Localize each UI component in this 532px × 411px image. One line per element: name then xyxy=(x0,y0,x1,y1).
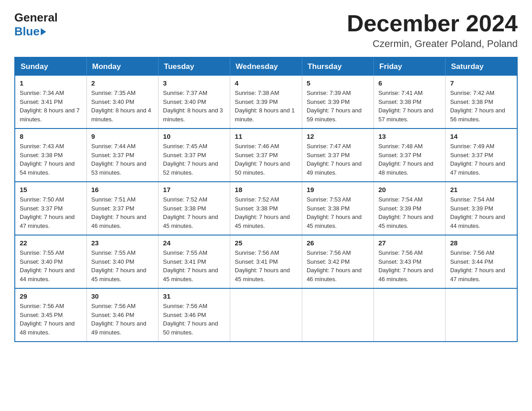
week-row-2: 8 Sunrise: 7:43 AM Sunset: 3:38 PM Dayli… xyxy=(15,128,517,182)
day-cell: 4 Sunrise: 7:38 AM Sunset: 3:39 PM Dayli… xyxy=(230,76,302,128)
day-info: Sunrise: 7:56 AM Sunset: 3:46 PM Dayligh… xyxy=(91,302,154,337)
day-number: 19 xyxy=(307,186,369,193)
header-thursday: Thursday xyxy=(302,57,373,76)
day-info: Sunrise: 7:56 AM Sunset: 3:42 PM Dayligh… xyxy=(307,248,369,283)
day-number: 15 xyxy=(20,186,82,193)
header-wednesday: Wednesday xyxy=(230,57,302,76)
day-number: 26 xyxy=(307,239,369,247)
header-sunday: Sunday xyxy=(15,57,86,76)
day-cell xyxy=(302,288,373,342)
logo-triangle-icon xyxy=(41,28,46,35)
day-cell: 19 Sunrise: 7:53 AM Sunset: 3:38 PM Dayl… xyxy=(302,182,373,235)
day-info: Sunrise: 7:52 AM Sunset: 3:38 PM Dayligh… xyxy=(235,195,297,230)
day-info: Sunrise: 7:56 AM Sunset: 3:41 PM Dayligh… xyxy=(235,248,297,283)
week-row-1: 1 Sunrise: 7:34 AM Sunset: 3:41 PM Dayli… xyxy=(15,76,517,128)
day-cell: 17 Sunrise: 7:52 AM Sunset: 3:38 PM Dayl… xyxy=(159,182,230,235)
day-info: Sunrise: 7:51 AM Sunset: 3:37 PM Dayligh… xyxy=(91,195,154,230)
day-number: 18 xyxy=(235,186,297,193)
day-cell: 23 Sunrise: 7:55 AM Sunset: 3:40 PM Dayl… xyxy=(86,235,158,288)
day-cell: 21 Sunrise: 7:54 AM Sunset: 3:39 PM Dayl… xyxy=(446,182,517,235)
header-tuesday: Tuesday xyxy=(159,57,230,76)
day-number: 1 xyxy=(20,79,82,87)
day-cell: 3 Sunrise: 7:37 AM Sunset: 3:40 PM Dayli… xyxy=(159,76,230,128)
day-info: Sunrise: 7:35 AM Sunset: 3:40 PM Dayligh… xyxy=(91,89,154,124)
day-number: 3 xyxy=(163,79,225,87)
day-number: 23 xyxy=(91,239,154,247)
header-monday: Monday xyxy=(86,57,158,76)
week-row-4: 22 Sunrise: 7:55 AM Sunset: 3:40 PM Dayl… xyxy=(15,235,517,288)
day-info: Sunrise: 7:55 AM Sunset: 3:40 PM Dayligh… xyxy=(91,248,154,283)
day-number: 28 xyxy=(450,239,512,247)
day-number: 6 xyxy=(378,79,441,87)
day-info: Sunrise: 7:46 AM Sunset: 3:37 PM Dayligh… xyxy=(235,142,297,177)
day-number: 30 xyxy=(91,292,154,300)
day-info: Sunrise: 7:42 AM Sunset: 3:38 PM Dayligh… xyxy=(450,89,512,124)
day-cell: 16 Sunrise: 7:51 AM Sunset: 3:37 PM Dayl… xyxy=(86,182,158,235)
day-number: 14 xyxy=(450,133,512,140)
day-cell: 18 Sunrise: 7:52 AM Sunset: 3:38 PM Dayl… xyxy=(230,182,302,235)
logo: General Blue xyxy=(14,11,58,39)
header-friday: Friday xyxy=(373,57,445,76)
month-title: December 2024 xyxy=(347,11,518,36)
day-info: Sunrise: 7:56 AM Sunset: 3:43 PM Dayligh… xyxy=(378,248,441,283)
day-info: Sunrise: 7:50 AM Sunset: 3:37 PM Dayligh… xyxy=(20,195,82,230)
day-cell: 8 Sunrise: 7:43 AM Sunset: 3:38 PM Dayli… xyxy=(15,128,86,182)
day-number: 12 xyxy=(307,133,369,140)
location-title: Czermin, Greater Poland, Poland xyxy=(347,38,518,50)
day-cell: 29 Sunrise: 7:56 AM Sunset: 3:45 PM Dayl… xyxy=(15,288,86,342)
day-number: 9 xyxy=(91,133,154,140)
day-cell: 30 Sunrise: 7:56 AM Sunset: 3:46 PM Dayl… xyxy=(86,288,158,342)
day-cell: 5 Sunrise: 7:39 AM Sunset: 3:39 PM Dayli… xyxy=(302,76,373,128)
day-cell: 9 Sunrise: 7:44 AM Sunset: 3:37 PM Dayli… xyxy=(86,128,158,182)
day-number: 27 xyxy=(378,239,441,247)
day-cell: 14 Sunrise: 7:49 AM Sunset: 3:37 PM Dayl… xyxy=(446,128,517,182)
day-info: Sunrise: 7:52 AM Sunset: 3:38 PM Dayligh… xyxy=(163,195,225,230)
day-info: Sunrise: 7:53 AM Sunset: 3:38 PM Dayligh… xyxy=(307,195,369,230)
calendar-header-row: SundayMondayTuesdayWednesdayThursdayFrid… xyxy=(15,57,517,76)
day-cell: 28 Sunrise: 7:56 AM Sunset: 3:44 PM Dayl… xyxy=(446,235,517,288)
day-cell: 20 Sunrise: 7:54 AM Sunset: 3:39 PM Dayl… xyxy=(373,182,445,235)
day-number: 16 xyxy=(91,186,154,193)
day-number: 21 xyxy=(450,186,512,193)
day-cell xyxy=(230,288,302,342)
day-number: 2 xyxy=(91,79,154,87)
day-number: 29 xyxy=(20,292,82,300)
day-number: 10 xyxy=(163,133,225,140)
day-info: Sunrise: 7:55 AM Sunset: 3:40 PM Dayligh… xyxy=(20,248,82,283)
day-info: Sunrise: 7:45 AM Sunset: 3:37 PM Dayligh… xyxy=(163,142,225,177)
title-section: December 2024 Czermin, Greater Poland, P… xyxy=(347,11,518,50)
day-cell: 27 Sunrise: 7:56 AM Sunset: 3:43 PM Dayl… xyxy=(373,235,445,288)
day-cell: 10 Sunrise: 7:45 AM Sunset: 3:37 PM Dayl… xyxy=(159,128,230,182)
day-number: 31 xyxy=(163,292,225,300)
day-cell: 11 Sunrise: 7:46 AM Sunset: 3:37 PM Dayl… xyxy=(230,128,302,182)
day-info: Sunrise: 7:43 AM Sunset: 3:38 PM Dayligh… xyxy=(20,142,82,177)
day-number: 4 xyxy=(235,79,297,87)
day-cell: 2 Sunrise: 7:35 AM Sunset: 3:40 PM Dayli… xyxy=(86,76,158,128)
day-info: Sunrise: 7:55 AM Sunset: 3:41 PM Dayligh… xyxy=(163,248,225,283)
day-info: Sunrise: 7:54 AM Sunset: 3:39 PM Dayligh… xyxy=(378,195,441,230)
day-number: 17 xyxy=(163,186,225,193)
day-cell: 31 Sunrise: 7:56 AM Sunset: 3:46 PM Dayl… xyxy=(159,288,230,342)
day-info: Sunrise: 7:37 AM Sunset: 3:40 PM Dayligh… xyxy=(163,89,225,124)
day-info: Sunrise: 7:49 AM Sunset: 3:37 PM Dayligh… xyxy=(450,142,512,177)
day-info: Sunrise: 7:47 AM Sunset: 3:37 PM Dayligh… xyxy=(307,142,369,177)
day-number: 25 xyxy=(235,239,297,247)
day-number: 24 xyxy=(163,239,225,247)
day-cell: 25 Sunrise: 7:56 AM Sunset: 3:41 PM Dayl… xyxy=(230,235,302,288)
day-info: Sunrise: 7:38 AM Sunset: 3:39 PM Dayligh… xyxy=(235,89,297,124)
day-number: 5 xyxy=(307,79,369,87)
header-saturday: Saturday xyxy=(446,57,517,76)
day-number: 7 xyxy=(450,79,512,87)
day-cell: 22 Sunrise: 7:55 AM Sunset: 3:40 PM Dayl… xyxy=(15,235,86,288)
day-info: Sunrise: 7:41 AM Sunset: 3:38 PM Dayligh… xyxy=(378,89,441,124)
day-number: 22 xyxy=(20,239,82,247)
day-number: 13 xyxy=(378,133,441,140)
day-cell: 15 Sunrise: 7:50 AM Sunset: 3:37 PM Dayl… xyxy=(15,182,86,235)
day-cell: 26 Sunrise: 7:56 AM Sunset: 3:42 PM Dayl… xyxy=(302,235,373,288)
week-row-5: 29 Sunrise: 7:56 AM Sunset: 3:45 PM Dayl… xyxy=(15,288,517,342)
page-header: General Blue December 2024 Czermin, Grea… xyxy=(0,0,532,57)
day-info: Sunrise: 7:39 AM Sunset: 3:39 PM Dayligh… xyxy=(307,89,369,124)
day-number: 20 xyxy=(378,186,441,193)
logo-blue: Blue xyxy=(14,25,58,39)
day-info: Sunrise: 7:34 AM Sunset: 3:41 PM Dayligh… xyxy=(20,89,82,124)
